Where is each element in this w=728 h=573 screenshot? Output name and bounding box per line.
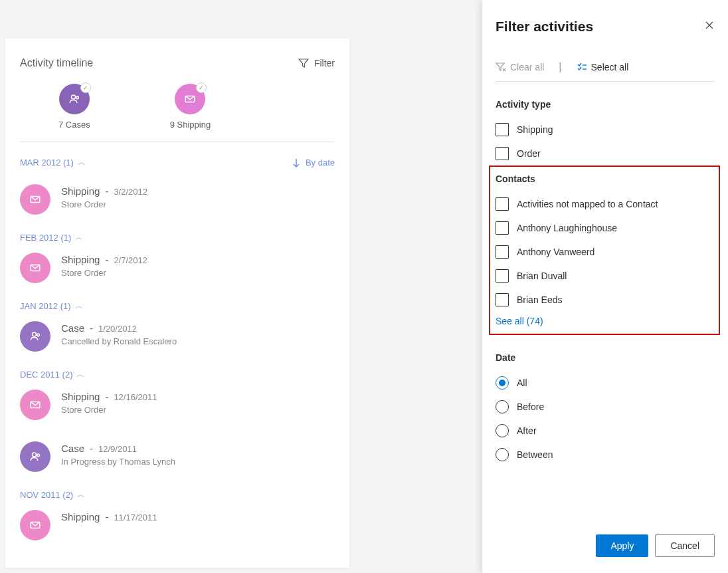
- apply-button[interactable]: Apply: [596, 534, 648, 557]
- checkbox-label: Brian Eeds: [517, 294, 562, 305]
- checkbox-contact[interactable]: Anthony Laughinghouse: [496, 216, 713, 240]
- chevron-up-icon: ︿: [77, 489, 85, 501]
- panel-footer: Apply Cancel: [596, 534, 715, 557]
- checkbox-label: Shipping: [517, 124, 553, 135]
- checkbox-label: Anthony Vanweerd: [517, 247, 594, 257]
- close-button[interactable]: [704, 20, 715, 33]
- entry-sub: Cancelled by Ronald Escalero: [61, 336, 177, 346]
- checkbox-icon: [496, 245, 509, 259]
- sort-by-button[interactable]: By date: [291, 158, 335, 168]
- select-all-button[interactable]: Select all: [577, 62, 629, 72]
- contacts-title: Contacts: [496, 173, 713, 184]
- check-badge: ✓: [196, 82, 207, 93]
- summary-cases[interactable]: ✓ 7 Cases: [58, 84, 90, 130]
- shipping-icon: ✓: [175, 84, 205, 114]
- timeline-entry[interactable]: Case - 1/20/2012 Cancelled by Ronald Esc…: [20, 312, 335, 364]
- timeline-title: Activity timeline: [20, 57, 93, 69]
- checkbox-icon: [496, 221, 509, 235]
- checkbox-contact[interactable]: Brian Eeds: [496, 288, 713, 312]
- person-icon: [20, 321, 50, 352]
- see-all-contacts-link[interactable]: See all (74): [496, 316, 543, 326]
- filter-panel: Filter activities Clear all | Select all…: [482, 0, 728, 573]
- toolbar-divider: |: [559, 61, 561, 73]
- checkbox-label: Brian Duvall: [517, 271, 567, 281]
- envelope-icon: [20, 510, 50, 540]
- funnel-clear-icon: [496, 62, 506, 72]
- radio-icon: [496, 400, 509, 413]
- cases-icon: ✓: [59, 84, 90, 114]
- radio-all[interactable]: All: [496, 371, 715, 395]
- timeline-entry[interactable]: Shipping - 11/17/2011: [20, 501, 335, 552]
- sort-row: MAR 2012 (1) ︿ By date: [20, 157, 335, 168]
- month-toggle-jan-2012[interactable]: JAN 2012 (1) ︿: [20, 300, 335, 312]
- month-toggle-mar-2012[interactable]: MAR 2012 (1) ︿: [20, 157, 86, 168]
- radio-between[interactable]: Between: [496, 443, 715, 467]
- entry-date: 12/16/2011: [114, 392, 157, 402]
- month-label: JAN 2012 (1): [20, 301, 71, 311]
- summary-shipping[interactable]: ✓ 9 Shipping: [170, 84, 211, 130]
- month-label: MAR 2012 (1): [20, 158, 74, 168]
- funnel-icon: [298, 58, 309, 68]
- person-icon: [20, 441, 50, 472]
- timeline-entry[interactable]: Shipping - 2/7/2012 Store Order: [20, 243, 335, 295]
- chevron-up-icon: ︿: [78, 157, 86, 168]
- radio-before[interactable]: Before: [496, 395, 715, 419]
- radio-label: All: [517, 378, 527, 388]
- entry-sub: In Progress by Thomas Lynch: [61, 457, 175, 467]
- radio-icon: [496, 376, 509, 390]
- entry-date: 11/17/2011: [114, 513, 157, 522]
- checkbox-contact[interactable]: Brian Duvall: [496, 264, 713, 288]
- radio-label: After: [517, 425, 537, 436]
- month-label: DEC 2011 (2): [20, 370, 72, 380]
- svg-point-8: [33, 453, 37, 457]
- arrow-down-icon: [291, 158, 302, 168]
- chevron-up-icon: ︿: [76, 369, 84, 380]
- checkbox-shipping[interactable]: Shipping: [496, 118, 715, 142]
- checkbox-label: Activities not mapped to a Contact: [517, 199, 658, 209]
- entry-date: 12/9/2011: [98, 444, 137, 454]
- entry-sub: Store Order: [61, 405, 157, 415]
- svg-point-1: [76, 96, 78, 99]
- envelope-icon: [20, 253, 50, 283]
- entry-type: Shipping: [61, 391, 100, 402]
- radio-icon: [496, 424, 509, 437]
- entry-body: Shipping - 3/2/2012 Store Order: [61, 184, 147, 209]
- panel-title: Filter activities: [496, 19, 593, 35]
- filter-button[interactable]: Filter: [298, 58, 335, 68]
- summary-shipping-label: 9 Shipping: [170, 120, 211, 130]
- timeline-header: Activity timeline Filter: [20, 57, 335, 69]
- clear-all-button[interactable]: Clear all: [496, 62, 544, 72]
- entry-type: Shipping: [61, 185, 100, 197]
- timeline-entry[interactable]: Case - 12/9/2011 In Progress by Thomas L…: [20, 432, 335, 484]
- date-title: Date: [496, 352, 715, 363]
- entry-type: Shipping: [61, 511, 100, 522]
- checkbox-icon: [496, 147, 509, 160]
- entry-type: Case: [61, 443, 84, 454]
- entry-date: 3/2/2012: [114, 187, 147, 197]
- close-icon: [704, 20, 715, 31]
- checkbox-icon: [496, 197, 509, 211]
- entry-sub: Store Order: [61, 199, 147, 209]
- checkbox-icon: [496, 269, 509, 283]
- checkbox-contact[interactable]: Activities not mapped to a Contact: [496, 192, 713, 216]
- summary-cases-label: 7 Cases: [58, 120, 90, 130]
- month-toggle-dec-2011[interactable]: DEC 2011 (2) ︿: [20, 369, 335, 380]
- checkbox-order[interactable]: Order: [496, 142, 715, 166]
- entry-type: Shipping: [61, 254, 100, 265]
- select-all-icon: [577, 62, 587, 72]
- svg-point-5: [33, 332, 37, 336]
- checkbox-contact[interactable]: Anthony Vanweerd: [496, 240, 713, 264]
- checkbox-icon: [496, 123, 509, 136]
- timeline-entry[interactable]: Shipping - 3/2/2012 Store Order: [20, 175, 335, 227]
- entry-date: 2/7/2012: [114, 255, 147, 265]
- timeline-entry[interactable]: Shipping - 12/16/2011 Store Order: [20, 380, 335, 432]
- clear-all-label: Clear all: [510, 62, 544, 72]
- month-toggle-feb-2012[interactable]: FEB 2012 (1) ︿: [20, 232, 335, 243]
- select-all-label: Select all: [591, 62, 629, 72]
- radio-after[interactable]: After: [496, 419, 715, 443]
- entry-sub: Store Order: [61, 268, 147, 278]
- cancel-button[interactable]: Cancel: [655, 534, 715, 557]
- svg-point-9: [37, 454, 40, 457]
- checkbox-icon: [496, 293, 509, 306]
- month-toggle-nov-2011[interactable]: NOV 2011 (2) ︿: [20, 489, 335, 501]
